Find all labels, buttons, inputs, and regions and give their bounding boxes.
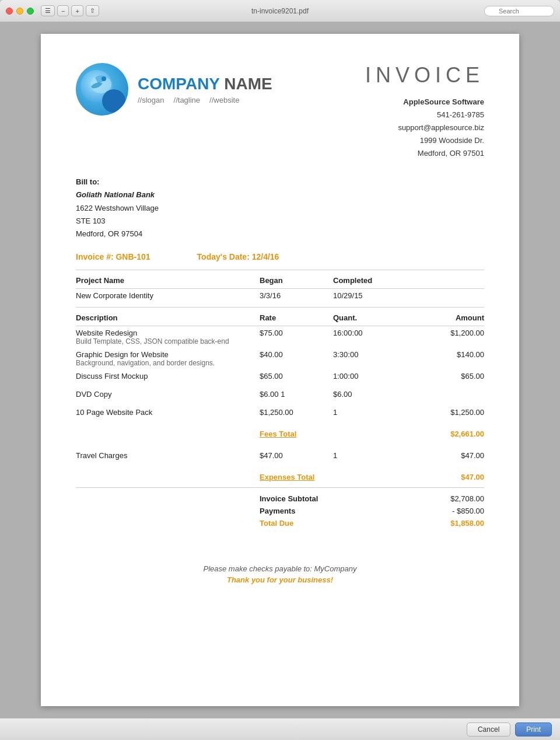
payments-row: Payments - $850.00	[76, 505, 484, 517]
project-completed-header: Completed	[333, 270, 407, 288]
search-wrap: 🔍	[484, 6, 554, 16]
invoice-right: INVOICE AppleSource Software 541-261-978…	[365, 63, 484, 160]
spacer-row-3	[76, 401, 484, 406]
svg-point-1	[102, 76, 106, 81]
line-item-quant-3: $6.00	[333, 388, 407, 401]
expenses-total-amount: $47.00	[407, 467, 484, 488]
logo-bird-svg	[86, 72, 116, 98]
line-item-row: Website Redesign Build Template, CSS, JS…	[76, 326, 484, 348]
line-item-amount-3	[407, 388, 484, 401]
invoice-date: Today's Date: 12/4/16	[197, 252, 279, 261]
window: ☰ − + ⇧ tn-invoice9201.pdf 🔍	[0, 0, 560, 740]
bill-to-address2: STE 103	[76, 215, 484, 228]
line-item-rate-2: $65.00	[260, 369, 333, 383]
spacer-row-5	[76, 444, 484, 449]
invoice-meta: Invoice #: GNB-101 Today's Date: 12/4/16	[76, 252, 484, 261]
project-began-value: 3/3/16	[260, 288, 333, 302]
quant-header: Quant.	[333, 307, 407, 326]
fees-total-amount: $2,661.00	[407, 424, 484, 444]
invoice-table: Project Name Began Completed New Corpora…	[76, 270, 484, 529]
expenses-total-label: Expenses Total	[260, 473, 314, 481]
project-data-row: New Corporate Identity 3/3/16 10/29/15	[76, 288, 484, 302]
cancel-button[interactable]: Cancel	[467, 722, 510, 736]
bill-to-label: Bill to:	[76, 177, 484, 186]
toolbar-right: 🔍	[484, 6, 554, 16]
line-item-desc-1: Graphic Design for Website	[76, 350, 260, 359]
company-name-part1: COMPANY	[138, 75, 220, 93]
footer-line2: Thank you for your business!	[76, 575, 484, 584]
total-due-label: Total Due	[260, 517, 407, 529]
fees-total-row: Fees Total $2,661.00	[76, 424, 484, 444]
search-input[interactable]	[484, 6, 554, 16]
line-item-quant-1: 3:30:00	[333, 348, 407, 369]
line-item-rate-1: $40.00	[260, 348, 333, 369]
expenses-total-row: Expenses Total $47.00	[76, 467, 484, 488]
zoom-out-button[interactable]: −	[57, 5, 69, 16]
zoom-in-button[interactable]: +	[71, 5, 83, 16]
project-header-row: Project Name Began Completed	[76, 270, 484, 288]
footer-section: Please make checks payable to: MyCompany…	[76, 564, 484, 584]
bill-to-address: Goliath National Bank 1622 Westshown Vil…	[76, 189, 484, 240]
vendor-phone: 541-261-9785	[365, 109, 484, 121]
line-item-row: Graphic Design for Website Background, n…	[76, 348, 484, 369]
content-area: COMPANY NAME //slogan //tagline //websit…	[0, 22, 560, 718]
invoice-title: INVOICE	[365, 63, 484, 88]
print-button[interactable]: Print	[515, 722, 552, 736]
vendor-info: AppleSource Software 541-261-9785 suppor…	[365, 96, 484, 160]
vendor-name: AppleSource Software	[365, 96, 484, 109]
vendor-email: support@applesource.biz	[365, 121, 484, 134]
line-item-subdesc-1: Background, navigation, and border desig…	[76, 359, 260, 367]
share-button[interactable]: ⇧	[86, 5, 99, 16]
close-button[interactable]	[6, 8, 13, 15]
fullscreen-button[interactable]	[27, 8, 34, 15]
minimize-button[interactable]	[16, 8, 23, 15]
line-item-desc-3: DVD Copy	[76, 390, 260, 399]
vendor-address2: Medford, OR 97501	[365, 147, 484, 160]
line-item-desc-0: Website Redesign	[76, 329, 260, 337]
spacer-row-2	[76, 383, 484, 388]
expense-amount-0: $47.00	[407, 449, 484, 462]
slogan2: //tagline	[174, 96, 201, 104]
line-item-row: 10 Page Website Pack $1,250.00 1 $1,250.…	[76, 406, 484, 419]
rate-header: Rate	[260, 307, 333, 326]
line-item-quant-4: 1	[333, 406, 407, 419]
line-items-header-row: Description Rate Quant. Amount	[76, 307, 484, 326]
company-name: COMPANY NAME	[138, 75, 272, 93]
logo-section: COMPANY NAME //slogan //tagline //websit…	[76, 63, 272, 116]
toolbar-left: ☰ − + ⇧	[41, 5, 99, 16]
company-name-part2: NAME	[224, 75, 272, 93]
bill-to-section: Bill to: Goliath National Bank 1622 West…	[76, 177, 484, 240]
subtotal-label: Invoice Subtotal	[260, 493, 407, 505]
project-amount-header-empty	[407, 270, 484, 288]
traffic-lights	[6, 8, 34, 15]
company-name-section: COMPANY NAME //slogan //tagline //websit…	[138, 75, 272, 104]
line-item-subdesc-0: Build Template, CSS, JSON compatible bac…	[76, 337, 260, 345]
line-item-row: DVD Copy $6.00 1 $6.00	[76, 388, 484, 401]
line-item-amount-4: $1,250.00	[407, 406, 484, 419]
expense-desc-0: Travel Charges	[76, 451, 260, 460]
spacer-row-4	[76, 419, 484, 424]
line-item-desc-2: Discuss First Mockup	[76, 372, 260, 381]
payments-amount: - $850.00	[407, 505, 484, 517]
invoice-header: COMPANY NAME //slogan //tagline //websit…	[76, 63, 484, 160]
total-due-row: Total Due $1,858.00	[76, 517, 484, 529]
vendor-address1: 1999 Woodside Dr.	[365, 134, 484, 147]
desc-header: Description	[76, 307, 260, 326]
company-slogan: //slogan //tagline //website	[138, 96, 272, 104]
subtotal-row: Invoice Subtotal $2,708.00	[76, 493, 484, 505]
line-item-quant-0: 16:00:00	[333, 326, 407, 348]
bill-to-company: Goliath National Bank	[76, 189, 484, 201]
project-name-value: New Corporate Identity	[76, 288, 260, 302]
line-item-rate-3: $6.00 1	[260, 388, 333, 401]
window-title: tn-invoice9201.pdf	[251, 7, 309, 15]
title-bar: ☰ − + ⇧ tn-invoice9201.pdf 🔍	[0, 0, 560, 22]
payments-label: Payments	[260, 505, 407, 517]
line-item-row: Discuss First Mockup $65.00 1:00:00 $65.…	[76, 369, 484, 383]
expense-row: Travel Charges $47.00 1 $47.00	[76, 449, 484, 462]
spacer-row-1	[76, 302, 484, 308]
amount-header: Amount	[407, 307, 484, 326]
sidebar-toggle-button[interactable]: ☰	[41, 5, 55, 16]
bill-to-address1: 1622 Westshown Village	[76, 202, 484, 215]
line-item-amount-1: $140.00	[407, 348, 484, 369]
slogan3: //website	[209, 96, 239, 104]
